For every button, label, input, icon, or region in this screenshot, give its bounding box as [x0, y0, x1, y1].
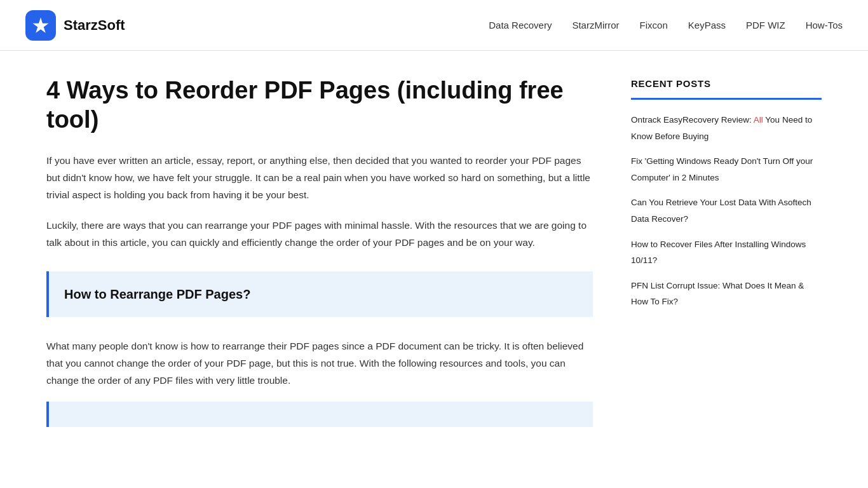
recent-post-link-1[interactable]: Ontrack EasyRecovery Review: All You Nee…	[631, 115, 812, 141]
nav-fixcon[interactable]: Fixcon	[640, 18, 668, 33]
recent-posts-heading: RECENT POSTS	[631, 76, 822, 92]
nav-howtos[interactable]: How-Tos	[806, 18, 843, 33]
article-paragraph-1: If you have ever written an article, ess…	[46, 152, 593, 203]
callout-heading: How to Rearrange PDF Pages?	[64, 284, 578, 304]
article-paragraph-3: What many people don't know is how to re…	[46, 337, 593, 389]
recent-posts-list: Ontrack EasyRecovery Review: All You Nee…	[631, 111, 822, 309]
nav-keypass[interactable]: KeyPass	[688, 18, 726, 33]
recent-post-link-2[interactable]: Fix 'Getting Windows Ready Don't Turn Of…	[631, 156, 813, 182]
logo-text: StarzSoft	[64, 14, 125, 36]
list-item: Ontrack EasyRecovery Review: All You Nee…	[631, 111, 822, 144]
list-item: Can You Retrieve Your Lost Data With Aso…	[631, 194, 822, 226]
list-item: How to Recover Files After Installing Wi…	[631, 236, 822, 268]
main-nav: Data Recovery StarzMirror Fixcon KeyPass…	[489, 18, 843, 33]
article-body: If you have ever written an article, ess…	[46, 152, 593, 251]
sidebar: RECENT POSTS Ontrack EasyRecovery Review…	[631, 76, 822, 447]
main-content: 4 Ways to Reorder PDF Pages (including f…	[46, 76, 593, 447]
sidebar-recent-posts: RECENT POSTS Ontrack EasyRecovery Review…	[631, 76, 822, 309]
sidebar-divider	[631, 98, 822, 100]
list-item: Fix 'Getting Windows Ready Don't Turn Of…	[631, 152, 822, 185]
callout-box: How to Rearrange PDF Pages?	[46, 271, 593, 317]
callout-box-2	[46, 402, 593, 427]
article-paragraph-2: Luckily, there are ways that you can rea…	[46, 217, 593, 251]
recent-post-link-3[interactable]: Can You Retrieve Your Lost Data With Aso…	[631, 198, 811, 224]
nav-pdfwiz[interactable]: PDF WIZ	[746, 18, 785, 33]
site-header: StarzSoft Data Recovery StarzMirror Fixc…	[0, 0, 868, 51]
recent-post-link-5[interactable]: PFN List Corrupt Issue: What Does It Mea…	[631, 281, 804, 307]
page-layout: 4 Ways to Reorder PDF Pages (including f…	[21, 51, 847, 473]
list-item: PFN List Corrupt Issue: What Does It Mea…	[631, 277, 822, 309]
nav-data-recovery[interactable]: Data Recovery	[489, 18, 552, 33]
logo-area[interactable]: StarzSoft	[25, 10, 125, 41]
article-title: 4 Ways to Reorder PDF Pages (including f…	[46, 76, 593, 134]
logo-icon	[25, 10, 56, 41]
nav-starzmirror[interactable]: StarzMirror	[572, 18, 619, 33]
recent-post-link-4[interactable]: How to Recover Files After Installing Wi…	[631, 240, 806, 266]
article-body-2: What many people don't know is how to re…	[46, 337, 593, 389]
